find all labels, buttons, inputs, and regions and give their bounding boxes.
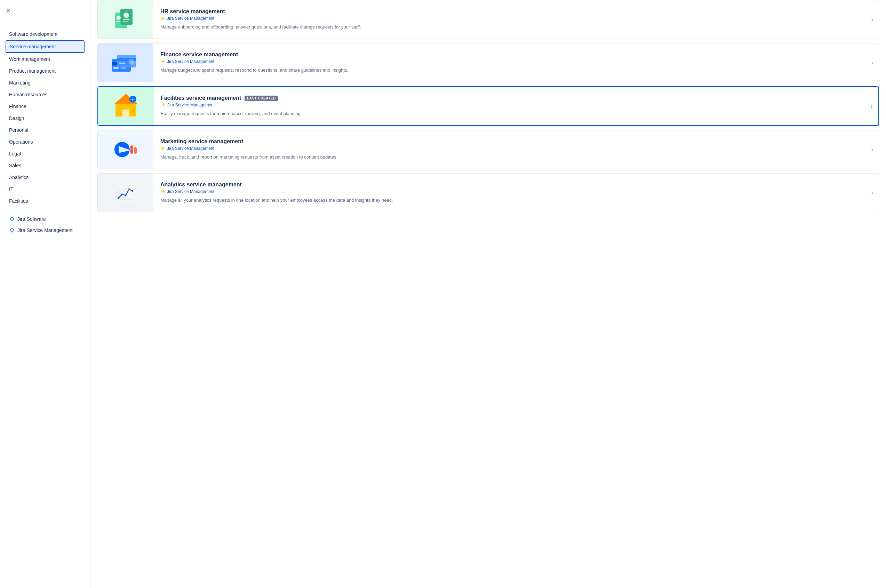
svg-point-7 xyxy=(117,16,121,20)
svg-rect-18 xyxy=(122,110,129,117)
card-image-marketing xyxy=(98,130,153,169)
card-image-finance xyxy=(98,44,153,82)
close-button[interactable]: ✕ xyxy=(6,7,11,15)
lightning-icon: ⚡ xyxy=(161,189,165,194)
card-provider-marketing: ⚡ Jira Service Management xyxy=(161,146,859,151)
lightning-icon: ⚡ xyxy=(161,59,165,64)
card-header-finance: Finance service management xyxy=(161,51,859,58)
svg-marker-1 xyxy=(10,228,14,232)
diamond-icon xyxy=(9,227,15,233)
card-body-hr: HR service management ⚡ Jira Service Man… xyxy=(153,2,865,37)
template-card-finance[interactable]: Finance service management ⚡ Jira Servic… xyxy=(98,43,879,82)
template-card-marketing[interactable]: Marketing service management ⚡ Jira Serv… xyxy=(98,130,879,169)
svg-point-4 xyxy=(123,12,129,18)
card-title-analytics: Analytics service management xyxy=(161,182,242,188)
sidebar-nav-item-legal[interactable]: Legal xyxy=(6,148,84,159)
lightning-icon: ⚡ xyxy=(161,103,166,108)
card-header-hr: HR service management xyxy=(161,8,859,15)
template-card-hr[interactable]: HR service management ⚡ Jira Service Man… xyxy=(98,0,879,39)
card-chevron-facilities: › xyxy=(865,103,878,110)
svg-rect-25 xyxy=(134,147,137,154)
svg-point-30 xyxy=(122,194,123,195)
svg-rect-26 xyxy=(115,184,136,203)
sidebar-nav-item-service-management[interactable]: Service management xyxy=(6,40,84,53)
sidebar-nav-item-analytics[interactable]: Analytics xyxy=(6,172,84,183)
template-card-analytics[interactable]: Analytics service management ⚡ Jira Serv… xyxy=(98,173,879,212)
card-body-analytics: Analytics service management ⚡ Jira Serv… xyxy=(153,175,865,210)
sidebar-nav-item-human-resources[interactable]: Human resources xyxy=(6,89,84,100)
card-title-finance: Finance service management xyxy=(161,51,238,58)
card-body-marketing: Marketing service management ⚡ Jira Serv… xyxy=(153,132,865,167)
sidebar-nav-item-design[interactable]: Design xyxy=(6,112,84,124)
sidebar-nav-item-marketing[interactable]: Marketing xyxy=(6,77,84,88)
card-provider-finance: ⚡ Jira Service Management xyxy=(161,59,859,64)
card-image-analytics xyxy=(98,174,153,212)
sidebar-nav-item-facilities[interactable]: Facilities xyxy=(6,195,84,207)
card-title-hr: HR service management xyxy=(161,8,225,15)
card-title-facilities: Facilities service management xyxy=(161,95,241,101)
sidebar-nav-item-sales[interactable]: Sales xyxy=(6,160,84,171)
sidebar-nav-item-personal[interactable]: Personal xyxy=(6,124,84,136)
svg-point-14 xyxy=(129,59,134,64)
sidebar-nav-item-product-management[interactable]: Product management xyxy=(6,65,84,76)
card-chevron-finance: › xyxy=(865,59,879,66)
card-chevron-marketing: › xyxy=(865,146,879,153)
svg-point-32 xyxy=(128,189,130,190)
last-created-badge: LAST CREATED xyxy=(245,96,278,101)
product-item-jira-service-management[interactable]: Jira Service Management xyxy=(6,225,84,236)
card-description-marketing: Manage, track, and report on marketing r… xyxy=(161,154,859,160)
card-description-hr: Manage onboarding and offboarding, answe… xyxy=(161,24,859,31)
products-section-label xyxy=(6,207,84,213)
card-body-finance: Finance service management ⚡ Jira Servic… xyxy=(153,45,865,80)
card-header-marketing: Marketing service management xyxy=(161,138,859,145)
sidebar-nav-item-operations[interactable]: Operations xyxy=(6,136,84,147)
card-provider-analytics: ⚡ Jira Service Management xyxy=(161,189,859,194)
sidebar-nav-item-finance[interactable]: Finance xyxy=(6,101,84,112)
svg-point-33 xyxy=(132,190,134,192)
card-body-facilities: Facilities service management LAST CREAT… xyxy=(154,88,865,123)
card-chevron-hr: › xyxy=(865,16,879,23)
svg-rect-24 xyxy=(131,146,133,154)
products-list: Jira Software Jira Service Management xyxy=(6,213,84,236)
svg-rect-6 xyxy=(123,21,128,22)
card-description-analytics: Manage all your analytics requests in on… xyxy=(161,197,859,204)
card-description-finance: Manage budget and spend requests, respon… xyxy=(161,67,859,74)
card-image-facilities xyxy=(98,87,154,125)
sidebar-nav-item-work-management[interactable]: Work management xyxy=(6,54,84,64)
product-item-jira-software[interactable]: Jira Software xyxy=(6,213,84,225)
card-image-hr xyxy=(98,0,153,39)
svg-marker-0 xyxy=(10,217,14,221)
card-chevron-analytics: › xyxy=(865,189,879,196)
main-content: HR service management ⚡ Jira Service Man… xyxy=(90,0,886,588)
lightning-icon: ⚡ xyxy=(161,146,165,151)
diamond-icon xyxy=(9,216,15,222)
card-provider-hr: ⚡ Jira Service Management xyxy=(161,16,859,21)
card-header-analytics: Analytics service management xyxy=(161,182,859,188)
card-provider-facilities: ⚡ Jira Service Management xyxy=(161,103,858,108)
cards-container: HR service management ⚡ Jira Service Man… xyxy=(98,0,879,212)
template-card-facilities[interactable]: Facilities service management LAST CREAT… xyxy=(98,86,879,126)
card-header-facilities: Facilities service management LAST CREAT… xyxy=(161,95,858,101)
card-title-marketing: Marketing service management xyxy=(161,138,243,145)
svg-rect-15 xyxy=(119,63,125,64)
svg-point-29 xyxy=(118,197,120,199)
sidebar-nav-item-it[interactable]: IT xyxy=(6,184,84,195)
card-description-facilities: Easily manage requests for maintenance, … xyxy=(161,110,858,117)
sidebar-nav-item-software-development[interactable]: Software development xyxy=(6,28,84,40)
svg-rect-5 xyxy=(123,19,130,20)
sidebar: ✕ Software developmentService management… xyxy=(0,0,90,588)
svg-point-31 xyxy=(125,195,127,196)
lightning-icon: ⚡ xyxy=(161,16,165,21)
sidebar-nav: Software developmentService managementWo… xyxy=(6,28,84,207)
